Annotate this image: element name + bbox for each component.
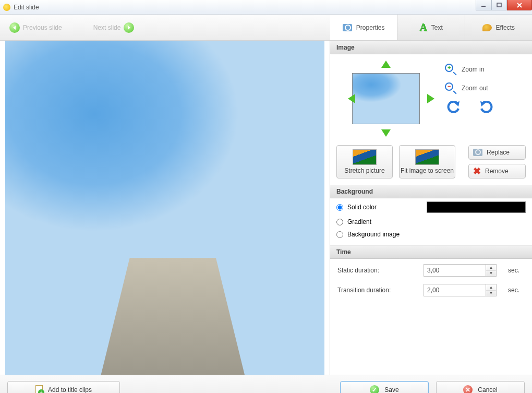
add-clip-label: Add to title clips <box>48 386 92 394</box>
arrow-right-icon <box>124 22 134 33</box>
next-slide-link[interactable]: Next slide <box>93 22 135 33</box>
text-icon: A <box>419 21 427 33</box>
bg-solid-label: Solid color <box>347 204 377 211</box>
zoom-in-label: Zoom in <box>462 66 484 73</box>
svg-rect-1 <box>497 3 501 7</box>
save-label: Save <box>384 386 398 394</box>
replace-label: Replace <box>487 149 510 156</box>
static-duration-stepper[interactable]: ▲▼ <box>486 264 497 277</box>
rotate-right-button[interactable] <box>479 101 493 113</box>
image-position-control[interactable] <box>336 59 436 138</box>
rotate-left-icon <box>447 101 461 113</box>
static-duration-label: Static duration: <box>337 267 424 274</box>
slide-image <box>5 41 324 375</box>
add-to-title-clips-button[interactable]: Add to title clips <box>7 381 120 394</box>
transition-duration-input[interactable]: 2,00 <box>424 284 486 296</box>
rotate-right-icon <box>479 101 493 113</box>
image-thumbnail <box>352 73 420 124</box>
svg-marker-4 <box>13 26 16 30</box>
next-slide-label: Next slide <box>93 24 121 31</box>
camera-icon <box>343 24 352 31</box>
window-title: Edit slide <box>14 4 39 11</box>
stretch-label: Stretch picture <box>344 167 384 174</box>
fit-icon <box>415 149 439 165</box>
bg-solid-radio[interactable] <box>336 204 343 211</box>
maximize-button[interactable] <box>491 0 507 10</box>
save-button[interactable]: ✓ Save <box>340 381 429 394</box>
image-section-header: Image <box>330 41 532 54</box>
stretch-icon <box>353 149 377 165</box>
static-unit: sec. <box>504 267 525 274</box>
previous-slide-link[interactable]: Previous slide <box>9 22 62 33</box>
replace-icon <box>473 149 482 156</box>
footer: Add to title clips ✓ Save ✕ Cancel <box>0 375 532 393</box>
cancel-label: Cancel <box>478 386 497 394</box>
remove-button[interactable]: ✖ Remove <box>468 164 526 178</box>
background-section-header: Background <box>330 185 532 198</box>
static-duration-value: 3,00 <box>427 267 439 274</box>
cancel-button[interactable]: ✕ Cancel <box>436 381 525 394</box>
bg-image-label: Background image <box>347 231 400 238</box>
arrow-left-icon <box>9 22 20 33</box>
title-bar: Edit slide <box>0 0 532 15</box>
app-icon <box>3 4 10 11</box>
bg-gradient-label: Gradient <box>347 218 371 225</box>
fit-label: Fit image to screen <box>401 167 454 174</box>
replace-button[interactable]: Replace <box>468 145 526 160</box>
zoom-out-icon: − <box>445 82 456 94</box>
transition-duration-stepper[interactable]: ▲▼ <box>486 284 497 296</box>
zoom-in-button[interactable]: + Zoom in <box>445 64 493 75</box>
close-button[interactable] <box>507 0 532 10</box>
zoom-in-icon: + <box>445 64 456 75</box>
svg-marker-5 <box>128 26 130 30</box>
stretch-picture-button[interactable]: Stretch picture <box>336 145 393 178</box>
remove-label: Remove <box>485 168 509 175</box>
zoom-out-button[interactable]: − Zoom out <box>445 82 493 94</box>
previous-slide-label: Previous slide <box>23 24 62 31</box>
cancel-icon: ✕ <box>463 385 473 394</box>
transition-duration-label: Transition duration: <box>337 287 424 294</box>
tab-properties-label: Properties <box>356 24 385 31</box>
bg-color-swatch[interactable] <box>427 201 526 213</box>
check-icon: ✓ <box>370 385 379 394</box>
nudge-right-icon[interactable] <box>427 94 434 103</box>
palette-icon <box>482 24 492 31</box>
bg-gradient-radio[interactable] <box>336 219 343 225</box>
nudge-left-icon[interactable] <box>337 94 355 103</box>
bg-image-radio[interactable] <box>336 231 343 238</box>
fit-image-button[interactable]: Fit image to screen <box>399 145 455 178</box>
tab-properties[interactable]: Properties <box>330 15 397 40</box>
slide-canvas[interactable] <box>5 41 324 375</box>
time-section-header: Time <box>330 245 532 259</box>
tab-text[interactable]: A Text <box>397 15 465 40</box>
nudge-up-icon[interactable] <box>381 61 391 68</box>
zoom-out-label: Zoom out <box>462 85 488 92</box>
rotate-left-button[interactable] <box>447 101 461 113</box>
tab-effects-label: Effects <box>496 24 515 31</box>
tab-text-label: Text <box>431 24 443 31</box>
remove-icon: ✖ <box>473 166 481 176</box>
tab-effects[interactable]: Effects <box>465 15 532 40</box>
transition-unit: sec. <box>504 287 525 294</box>
static-duration-input[interactable]: 3,00 <box>424 264 486 277</box>
transition-duration-value: 2,00 <box>427 287 439 294</box>
nudge-down-icon[interactable] <box>381 129 391 137</box>
minimize-button[interactable] <box>476 0 491 10</box>
add-clip-icon <box>35 385 43 394</box>
